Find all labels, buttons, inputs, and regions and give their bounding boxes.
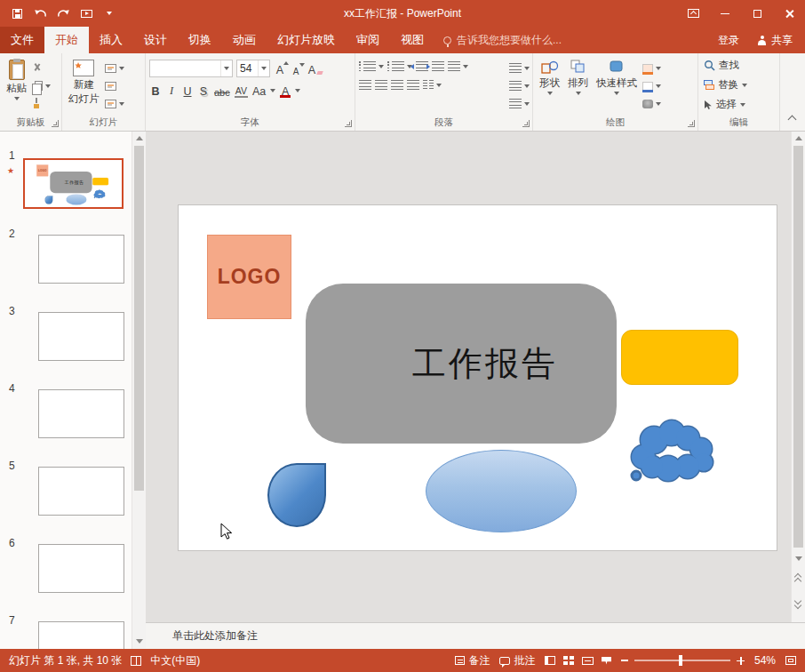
slide-thumbnail-2[interactable] bbox=[38, 235, 124, 284]
font-size-select[interactable]: 54 bbox=[236, 60, 270, 77]
zoom-slider-thumb[interactable] bbox=[679, 655, 682, 666]
redo-button[interactable] bbox=[52, 0, 75, 27]
tell-me-box[interactable]: 告诉我您想要做什么... bbox=[434, 27, 570, 53]
zoom-slider[interactable] bbox=[634, 660, 730, 661]
align-text-button[interactable] bbox=[509, 79, 530, 92]
tab-transitions[interactable]: 切换 bbox=[178, 27, 222, 53]
slide-thumbnail-7[interactable] bbox=[38, 621, 124, 649]
drawing-dialog-launcher[interactable] bbox=[688, 120, 695, 127]
normal-view-button[interactable] bbox=[545, 656, 555, 665]
paragraph-dialog-launcher[interactable] bbox=[522, 120, 530, 127]
cloud-shape[interactable] bbox=[627, 406, 718, 486]
scroll-down-button[interactable] bbox=[795, 556, 802, 561]
tab-insert[interactable]: 插入 bbox=[89, 27, 133, 53]
italic-button[interactable]: I bbox=[165, 83, 178, 98]
save-button[interactable] bbox=[5, 0, 28, 27]
scroll-up-button[interactable] bbox=[136, 136, 143, 140]
arrange-button[interactable]: 排列 bbox=[565, 58, 591, 114]
tab-design[interactable]: 设计 bbox=[133, 27, 178, 53]
previous-slide-button[interactable] bbox=[794, 572, 803, 585]
scroll-down-button[interactable] bbox=[136, 639, 143, 644]
font-color-button[interactable]: A bbox=[279, 83, 291, 98]
shrink-font-button[interactable]: A bbox=[290, 61, 302, 76]
zoom-level[interactable]: 54% bbox=[754, 654, 776, 667]
title-shape[interactable]: 工作报告 bbox=[306, 284, 617, 444]
slide-area-scrollbar[interactable] bbox=[791, 132, 805, 622]
zoom-in-button[interactable] bbox=[737, 657, 745, 665]
zoom-out-button[interactable] bbox=[621, 660, 628, 661]
fit-to-window-button[interactable] bbox=[785, 656, 796, 665]
slide-editing-area[interactable]: LOGO 工作报告 bbox=[178, 204, 777, 551]
customize-qat-button[interactable] bbox=[98, 0, 121, 27]
format-painter-button[interactable] bbox=[32, 97, 51, 110]
section-button[interactable] bbox=[105, 97, 124, 110]
tab-animations[interactable]: 动画 bbox=[222, 27, 267, 53]
yellow-rounded-rect-shape[interactable] bbox=[621, 330, 738, 385]
select-button[interactable]: 选择 bbox=[704, 98, 779, 111]
replace-button[interactable]: 替换 bbox=[704, 78, 779, 92]
notes-toggle[interactable]: 备注 bbox=[455, 653, 490, 668]
bullets-button[interactable] bbox=[359, 60, 384, 73]
sign-in-link[interactable]: 登录 bbox=[718, 33, 739, 48]
slide-thumbnail-5[interactable] bbox=[38, 467, 124, 516]
new-slide-button[interactable]: 新建 幻灯片 bbox=[66, 58, 102, 114]
scrollbar-thumb[interactable] bbox=[134, 146, 144, 491]
next-slide-button[interactable] bbox=[794, 597, 803, 610]
shape-fill-button[interactable] bbox=[642, 61, 661, 75]
copy-button[interactable] bbox=[32, 79, 51, 92]
logo-shape[interactable]: LOGO bbox=[207, 235, 291, 319]
slide-thumbnail-3[interactable] bbox=[38, 312, 124, 361]
proofing-icon[interactable] bbox=[131, 656, 141, 666]
clipboard-dialog-launcher[interactable] bbox=[52, 120, 59, 127]
language-status[interactable]: 中文(中国) bbox=[150, 653, 200, 668]
columns-button[interactable] bbox=[423, 78, 442, 92]
tab-file[interactable]: 文件 bbox=[0, 27, 44, 53]
line-spacing-button[interactable] bbox=[448, 60, 468, 73]
align-center-button[interactable] bbox=[375, 78, 387, 92]
comments-toggle[interactable]: 批注 bbox=[499, 653, 535, 668]
align-left-button[interactable] bbox=[359, 78, 371, 92]
convert-smartart-button[interactable] bbox=[509, 97, 530, 110]
underline-button[interactable]: U bbox=[181, 83, 194, 98]
thumbnail-panel-scrollbar[interactable] bbox=[132, 132, 146, 649]
tab-view[interactable]: 视图 bbox=[390, 27, 434, 53]
tab-slideshow[interactable]: 幻灯片放映 bbox=[267, 27, 346, 53]
text-shadow-button[interactable]: S bbox=[197, 83, 210, 98]
numbering-button[interactable] bbox=[387, 60, 412, 73]
cut-button[interactable] bbox=[32, 61, 51, 75]
close-button[interactable] bbox=[773, 0, 805, 27]
paste-button[interactable]: 粘贴 bbox=[4, 58, 29, 114]
minimize-button[interactable] bbox=[709, 0, 741, 27]
find-button[interactable]: 查找 bbox=[704, 59, 779, 72]
tab-home[interactable]: 开始 bbox=[44, 27, 89, 53]
scrollbar-thumb[interactable] bbox=[793, 146, 803, 548]
teardrop-shape[interactable] bbox=[267, 463, 326, 527]
increase-indent-button[interactable] bbox=[432, 60, 444, 73]
undo-button[interactable] bbox=[28, 0, 52, 27]
slide-thumbnail-6[interactable] bbox=[38, 544, 124, 593]
clear-formatting-button[interactable]: A bbox=[306, 61, 318, 76]
collapse-ribbon-button[interactable] bbox=[788, 116, 797, 124]
ellipse-shape[interactable] bbox=[426, 450, 577, 532]
reading-view-button[interactable] bbox=[582, 657, 594, 665]
font-name-select[interactable] bbox=[149, 60, 233, 77]
slide-thumbnail-4[interactable] bbox=[38, 389, 124, 438]
strikethrough-button[interactable]: abc bbox=[213, 83, 231, 98]
maximize-button[interactable] bbox=[741, 0, 773, 27]
font-dialog-launcher[interactable] bbox=[345, 120, 352, 127]
text-direction-button[interactable] bbox=[509, 61, 530, 75]
shape-effects-button[interactable] bbox=[642, 97, 661, 110]
ribbon-display-options-button[interactable] bbox=[677, 0, 709, 27]
shape-outline-button[interactable] bbox=[642, 79, 661, 92]
reset-button[interactable] bbox=[105, 79, 124, 92]
character-spacing-button[interactable]: AV bbox=[235, 83, 248, 98]
share-button[interactable]: 共享 bbox=[757, 33, 793, 48]
scroll-up-button[interactable] bbox=[795, 136, 802, 140]
slideshow-view-button[interactable] bbox=[602, 657, 611, 665]
shapes-button[interactable]: 形状 bbox=[537, 58, 562, 114]
quick-styles-button[interactable]: 快速样式 bbox=[594, 58, 640, 114]
slide-thumbnail-1[interactable]: LOGO 工作报告 bbox=[23, 158, 124, 209]
justify-button[interactable] bbox=[407, 78, 419, 92]
layout-button[interactable] bbox=[105, 61, 124, 75]
bold-button[interactable]: B bbox=[149, 83, 162, 98]
